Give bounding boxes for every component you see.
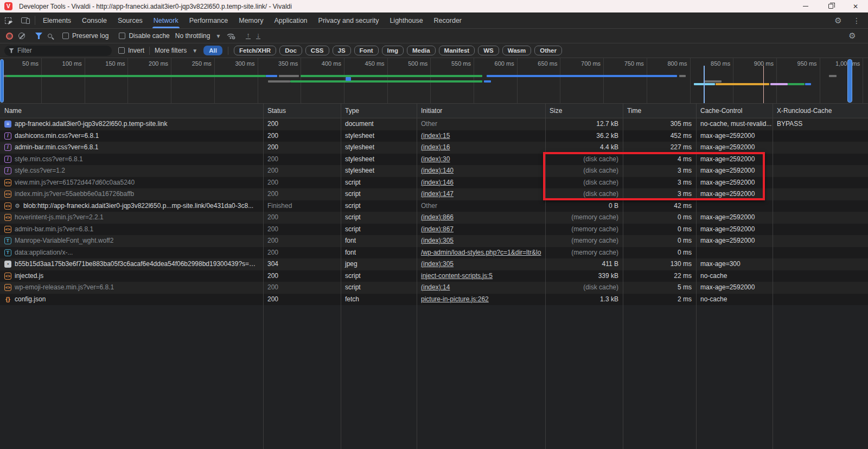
network-overview[interactable]: 50 ms100 ms150 ms200 ms250 ms300 ms350 m… <box>0 58 868 104</box>
chip-css[interactable]: CSS <box>305 46 329 55</box>
export-har-button[interactable]: ↓ <box>256 33 261 39</box>
chip-img[interactable]: Img <box>382 46 404 55</box>
initiator-link[interactable]: /wp-admin/load-styles.php?c=1&dir=ltr&lo <box>421 249 541 256</box>
initiator-link[interactable]: (index):15 <box>421 132 450 140</box>
device-toolbar-button[interactable] <box>16 12 33 28</box>
column-header-type[interactable]: Type <box>341 104 417 118</box>
chip-js[interactable]: JS <box>333 46 351 55</box>
column-header-cache-control[interactable]: Cache-Control <box>696 104 773 118</box>
table-row[interactable]: Tdata:application/x-...200font/wp-admin/… <box>0 247 868 259</box>
initiator-link[interactable]: (index):305 <box>421 237 454 244</box>
record-button[interactable] <box>6 33 13 40</box>
column-resize-handle[interactable] <box>263 104 264 449</box>
request-name: style.min.css?ver=6.8.1 <box>15 154 83 166</box>
preserve-log-checkbox[interactable] <box>62 33 69 39</box>
cell-x-runcloud-cache <box>773 247 868 259</box>
chip-doc[interactable]: Doc <box>279 46 302 55</box>
table-row[interactable]: <>admin-bar.min.js?ver=6.8.1200script(in… <box>0 224 868 236</box>
initiator-link[interactable]: inject-content-scripts.js:5 <box>421 272 493 280</box>
tab-recorder[interactable]: Recorder <box>429 12 467 28</box>
initiator-link[interactable]: (index):140 <box>421 167 454 174</box>
search-button[interactable] <box>48 34 52 38</box>
initiator-link[interactable]: picture-in-picture.js:262 <box>421 295 489 303</box>
overview-left-handle[interactable] <box>0 59 4 103</box>
ruler-tick-label: 500 ms <box>390 60 427 67</box>
invert-toggle[interactable]: Invert <box>118 47 144 54</box>
column-resize-handle[interactable] <box>773 104 773 449</box>
network-settings-button[interactable]: ⚙ <box>844 31 860 41</box>
initiator-link[interactable]: (index):867 <box>421 225 454 233</box>
column-header-size[interactable]: Size <box>545 104 623 118</box>
tab-lighthouse[interactable]: Lighthouse <box>384 12 428 28</box>
tab-elements[interactable]: Elements <box>37 12 76 28</box>
initiator-link[interactable]: (index):147 <box>421 190 454 198</box>
gear-icon: ⚙ <box>834 16 841 26</box>
cell-cache-control: no-cache, must-revalid... <box>696 118 773 130</box>
column-resize-handle[interactable] <box>417 104 417 449</box>
overview-right-handle[interactable] <box>847 59 852 103</box>
table-row[interactable]: <>wp-emoji-release.min.js?ver=6.8.1200sc… <box>0 282 868 294</box>
initiator-link[interactable]: (index):14 <box>421 283 450 291</box>
disable-cache-toggle[interactable]: Disable cache <box>119 32 169 40</box>
chip-media[interactable]: Media <box>407 46 436 55</box>
filter-input[interactable]: Filter <box>4 46 112 56</box>
cell-time: 0 ms <box>623 247 696 259</box>
invert-checkbox[interactable] <box>118 47 125 54</box>
minimize-button[interactable] <box>793 0 818 12</box>
tab-console[interactable]: Console <box>76 12 112 28</box>
table-row[interactable]: <>⚙blob:http://app-franecki.adait3ier0-j… <box>0 200 868 212</box>
initiator-link[interactable]: (index):305 <box>421 260 454 268</box>
initiator-link[interactable]: (index):16 <box>421 143 450 151</box>
cell-status: 200 <box>263 177 341 189</box>
column-header-status[interactable]: Status <box>263 104 341 118</box>
column-header-x-runcloud-cache[interactable]: X-Runcloud-Cache <box>773 104 868 118</box>
funnel-icon <box>35 33 42 39</box>
filter-placeholder: Filter <box>17 47 32 54</box>
chip-other[interactable]: Other <box>534 46 562 55</box>
column-header-time[interactable]: Time <box>623 104 696 118</box>
table-row[interactable]: {}config.json200fetchpicture-in-picture.… <box>0 294 868 306</box>
tab-sources[interactable]: Sources <box>112 12 148 28</box>
inspect-element-button[interactable] <box>0 12 16 28</box>
table-row[interactable]: <>hoverintent-js.min.js?ver=2.2.1200scri… <box>0 212 868 224</box>
tab-application[interactable]: Application <box>269 12 312 28</box>
tab-performance[interactable]: Performance <box>184 12 234 28</box>
close-button[interactable]: ✕ <box>843 0 868 12</box>
cell-status: 200 <box>263 130 341 142</box>
filter-toggle-button[interactable] <box>35 33 42 39</box>
event-marker-line <box>763 66 764 103</box>
tab-memory[interactable]: Memory <box>233 12 269 28</box>
disable-cache-checkbox[interactable] <box>119 33 125 39</box>
cell-cache-control: max-age=2592000 <box>696 282 773 294</box>
chip-all[interactable]: All <box>203 46 222 55</box>
column-header-initiator[interactable]: Initiator <box>417 104 545 118</box>
clear-button[interactable] <box>18 33 25 39</box>
initiator-link[interactable]: (index):146 <box>421 179 454 186</box>
tab-privacy-and-security[interactable]: Privacy and security <box>313 12 385 28</box>
initiator-link[interactable]: (index):30 <box>421 155 450 163</box>
more-filters-button[interactable]: More filters ▼ <box>155 47 197 54</box>
tab-network[interactable]: Network <box>148 12 184 28</box>
settings-button[interactable]: ⚙ <box>830 16 846 26</box>
preserve-log-toggle[interactable]: Preserve log <box>62 32 108 40</box>
initiator-link[interactable]: (index):866 <box>421 213 454 221</box>
table-row[interactable]: ▪b55b15d3aa175b3e6f71be883ba05f3c6acaf6e… <box>0 258 868 270</box>
table-row[interactable]: <>injected.js200scriptinject-content-scr… <box>0 270 868 282</box>
chip-manifest[interactable]: Manifest <box>439 46 475 55</box>
table-row[interactable]: TManrope-VariableFont_wght.woff2200font(… <box>0 235 868 247</box>
import-har-button[interactable]: ↑ <box>246 33 251 39</box>
column-header-name[interactable]: Name <box>0 104 263 118</box>
cell-type: stylesheet <box>341 130 417 142</box>
table-row[interactable]: ≡app-franecki.adait3ier0-jqp3v822l650.p.… <box>0 118 868 130</box>
table-row[interactable]: /dashicons.min.css?ver=6.8.1200styleshee… <box>0 130 868 142</box>
chip-fetch-xhr[interactable]: Fetch/XHR <box>234 46 276 55</box>
chip-ws[interactable]: WS <box>478 46 499 55</box>
chip-wasm[interactable]: Wasm <box>502 46 531 55</box>
more-options-button[interactable]: ⋮ <box>848 16 865 25</box>
network-conditions-button[interactable] <box>226 32 235 40</box>
throttling-select[interactable]: No throttling ▼ <box>175 32 221 40</box>
chip-font[interactable]: Font <box>354 46 379 55</box>
maximize-button[interactable] <box>818 0 843 12</box>
column-resize-handle[interactable] <box>341 104 341 449</box>
cell-type: script <box>341 177 417 189</box>
